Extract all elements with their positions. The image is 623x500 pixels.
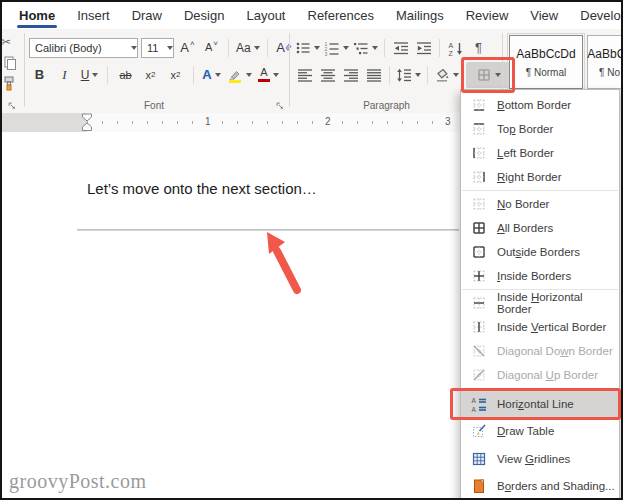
menu-item-label: Borders and Shading... <box>497 480 615 492</box>
annotation-arrow <box>255 230 313 296</box>
outside-borders-icon <box>471 244 487 260</box>
menu-item-diagonal-up-border: Diagonal Up Border <box>461 363 619 387</box>
format-painter-icon[interactable] <box>1 75 17 91</box>
font-dialog-launcher-icon[interactable] <box>275 98 287 110</box>
style-card-normal[interactable]: AaBbCcDd ¶ Normal <box>509 35 583 89</box>
group-divider <box>289 33 290 107</box>
menu-item-diagonal-down-border: Diagonal Down Border <box>461 339 619 363</box>
show-paragraph-marks-button[interactable]: ¶ <box>468 37 489 59</box>
left-border-icon <box>471 145 487 161</box>
ruler-number: 2 <box>322 116 334 127</box>
diagonal-down-border-icon <box>471 343 487 359</box>
right-border-icon <box>471 169 487 185</box>
group-divider <box>24 33 25 107</box>
diagonal-up-border-icon <box>471 367 487 383</box>
bold-button[interactable]: B <box>29 64 50 86</box>
svg-text:3: 3 <box>325 51 328 56</box>
tab-review[interactable]: Review <box>455 3 520 29</box>
font-size-value: 11 <box>147 42 164 54</box>
tab-design[interactable]: Design <box>173 3 235 29</box>
menu-item-view-gridlines[interactable]: View Gridlines <box>461 445 619 473</box>
tab-insert[interactable]: Insert <box>66 3 121 29</box>
menu-item-inside-vertical-border[interactable]: Inside Vertical Border <box>461 315 619 339</box>
menu-item-all-borders[interactable]: All Borders <box>461 216 619 240</box>
ruler-margin-area <box>2 113 87 132</box>
bullets-button[interactable] <box>294 37 321 59</box>
clipboard-dialog-launcher-icon[interactable] <box>7 98 19 110</box>
style-preview: AaBbCcDd <box>587 47 623 61</box>
justify-button[interactable] <box>363 64 384 86</box>
menu-item-horizontal-line[interactable]: AAHorizontal Line <box>461 390 619 418</box>
align-right-button[interactable] <box>340 64 361 86</box>
menu-item-left-border[interactable]: Left Border <box>461 141 619 165</box>
copy-icon[interactable] <box>2 55 18 71</box>
clipboard-group: ✂ <box>0 29 23 113</box>
all-borders-icon <box>471 220 487 236</box>
menu-separator <box>462 289 618 290</box>
tab-home[interactable]: Home <box>8 3 66 29</box>
shrink-font-button[interactable]: A˅ <box>201 37 222 59</box>
borders-and-shading-icon <box>471 478 487 494</box>
style-name: ¶ Normal <box>526 67 566 78</box>
cut-scissors-icon[interactable]: ✂ <box>1 35 11 49</box>
style-name: ¶ No Sp <box>599 67 623 78</box>
tab-layout[interactable]: Layout <box>235 3 296 29</box>
align-center-button[interactable] <box>317 64 338 86</box>
font-name-combo[interactable]: Calibri (Body) <box>29 38 138 58</box>
font-color-button[interactable]: A <box>257 64 280 86</box>
svg-text:A: A <box>472 405 477 412</box>
font-size-combo[interactable]: 11 <box>141 38 174 58</box>
italic-button[interactable]: I <box>54 64 75 86</box>
menu-item-inside-borders[interactable]: Inside Borders <box>461 264 619 288</box>
menu-item-no-border[interactable]: No Border <box>461 192 619 216</box>
text-highlight-button[interactable] <box>226 64 253 86</box>
menu-item-label: Inside Vertical Border <box>497 321 606 333</box>
inside-vertical-border-icon <box>471 319 487 335</box>
sort-button[interactable]: AZ <box>445 37 466 59</box>
tab-view[interactable]: View <box>519 3 569 29</box>
increase-indent-button[interactable] <box>413 37 434 59</box>
menu-item-label: Diagonal Up Border <box>497 369 598 381</box>
strikethrough-button[interactable]: ab <box>115 64 136 86</box>
menu-item-bottom-border[interactable]: Bottom Border <box>461 93 619 117</box>
menu-item-outside-borders[interactable]: Outside Borders <box>461 240 619 264</box>
underline-button[interactable]: U <box>79 64 100 86</box>
menu-item-inside-horizontal-border[interactable]: Inside Horizontal Border <box>461 291 619 315</box>
align-left-button[interactable] <box>294 64 315 86</box>
menu-item-label: Inside Horizontal Border <box>497 291 619 315</box>
tab-draw[interactable]: Draw <box>121 3 173 29</box>
menu-item-draw-table[interactable]: Draw Table <box>461 418 619 446</box>
menu-item-label: Right Border <box>497 171 562 183</box>
numbering-button[interactable]: 123 <box>323 37 350 59</box>
view-gridlines-icon <box>471 451 487 467</box>
decrease-indent-button[interactable] <box>390 37 411 59</box>
text-effects-button[interactable]: A <box>201 64 222 86</box>
tab-references[interactable]: References <box>297 3 385 29</box>
watermark: groovyPost.com <box>9 470 147 493</box>
clear-formatting-button[interactable]: A <box>274 37 295 59</box>
superscript-button[interactable]: x2 <box>165 64 186 86</box>
document-text: Let’s move onto the next section… <box>87 180 317 197</box>
menu-item-label: Draw Table <box>497 425 554 437</box>
change-case-button[interactable]: Aa <box>235 37 261 59</box>
multilevel-list-button[interactable] <box>352 37 379 59</box>
menu-item-label: View Gridlines <box>497 453 570 465</box>
tab-developer[interactable]: Developer <box>569 3 623 29</box>
menu-item-top-border[interactable]: Top Border <box>461 117 619 141</box>
style-card-no-spacing[interactable]: AaBbCcDd ¶ No Sp <box>587 35 623 89</box>
indent-markers[interactable] <box>81 113 93 132</box>
draw-table-icon <box>471 423 487 439</box>
tab-mailings[interactable]: Mailings <box>385 3 455 29</box>
menu-item-borders-and-shading[interactable]: Borders and Shading... <box>461 473 619 500</box>
menu-item-label: Outside Borders <box>497 246 580 258</box>
borders-button[interactable] <box>466 62 510 88</box>
svg-text:Z: Z <box>448 49 453 56</box>
grow-font-button[interactable]: A˄ <box>177 37 198 59</box>
menu-item-label: Inside Borders <box>497 270 571 282</box>
inside-horizontal-border-icon <box>471 295 487 311</box>
shading-button[interactable] <box>433 64 460 86</box>
subscript-button[interactable]: x2 <box>140 64 161 86</box>
menu-item-right-border[interactable]: Right Border <box>461 165 619 189</box>
line-spacing-button[interactable] <box>395 64 422 86</box>
horizontal-line-icon: AA <box>471 396 487 412</box>
